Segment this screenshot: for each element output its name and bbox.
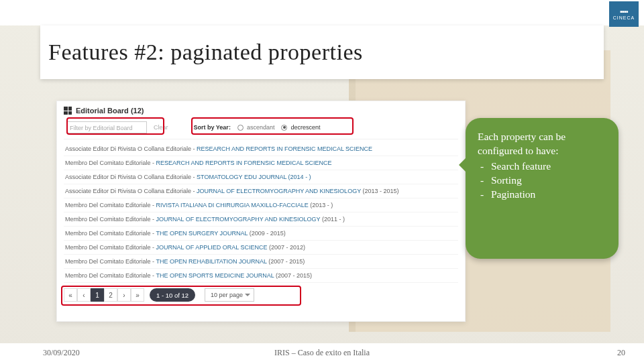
logo-text: CINECA bbox=[613, 15, 635, 20]
grid-icon bbox=[64, 107, 72, 115]
rows: Associate Editor Di Rivista O Collana Ed… bbox=[64, 142, 458, 283]
list-item: Membro Del Comitato Editoriale - JOURNAL… bbox=[64, 241, 458, 255]
callout-item: Sorting bbox=[478, 174, 606, 188]
callout-bubble: Each property can be configured to have:… bbox=[466, 118, 619, 259]
radio-decrescent[interactable]: decrescent bbox=[281, 124, 320, 131]
filter-input[interactable]: Filter by Editorial Board bbox=[66, 121, 147, 133]
list-item: Membro Del Comitato Editoriale - RIVISTA… bbox=[64, 198, 458, 213]
cineca-logo: ▪▪▪▪ CINECA bbox=[609, 1, 639, 27]
list-item: Associate Editor Di Rivista O Collana Ed… bbox=[64, 184, 458, 198]
page-prev[interactable]: ‹ bbox=[77, 288, 91, 302]
page-first[interactable]: « bbox=[64, 288, 77, 302]
top-bar bbox=[0, 0, 644, 25]
page-next[interactable]: › bbox=[117, 288, 131, 302]
title-card: Features #2: paginated properties bbox=[40, 25, 604, 79]
clear-button[interactable]: Clear bbox=[154, 124, 168, 131]
page-last[interactable]: » bbox=[131, 288, 144, 302]
screenshot-panel: Editorial Board (12) Filter by Editorial… bbox=[56, 101, 466, 322]
callout-item: Search feature bbox=[478, 160, 606, 174]
list-item: Membro Del Comitato Editoriale - THE OPE… bbox=[64, 269, 458, 283]
list-item: Associate Editor Di Rivista O Collana Ed… bbox=[64, 170, 458, 184]
callout-lead: Each property can be configured to have: bbox=[478, 130, 606, 158]
sort-label: Sort by Year: bbox=[194, 124, 231, 131]
list-item: Membro Del Comitato Editoriale - JOURNAL… bbox=[64, 213, 458, 227]
page-range: 1 - 10 of 12 bbox=[150, 288, 195, 302]
toolbar: Filter by Editorial Board Clear Sort by … bbox=[64, 119, 458, 139]
list-item: Associate Editor Di Rivista O Collana Ed… bbox=[64, 142, 458, 156]
callout-item: Pagination bbox=[478, 188, 606, 202]
slide-title: Features #2: paginated properties bbox=[48, 40, 363, 65]
page-1[interactable]: 1 bbox=[91, 288, 104, 302]
pagination-area: « ‹ 1 2 › » 1 - 10 of 12 10 per page bbox=[64, 288, 458, 302]
page-2[interactable]: 2 bbox=[104, 288, 117, 302]
list-item: Membro Del Comitato Editoriale - RESEARC… bbox=[64, 156, 458, 170]
footer: 30/09/2020 IRIS – Caso de exito en Itali… bbox=[0, 343, 644, 362]
footer-caption: IRIS – Caso de exito en Italia bbox=[274, 348, 370, 358]
panel-title: Editorial Board (12) bbox=[76, 107, 144, 115]
footer-date: 30/09/2020 bbox=[43, 348, 80, 358]
panel-header: Editorial Board (12) bbox=[64, 107, 458, 115]
list-item: Membro Del Comitato Editoriale - THE OPE… bbox=[64, 227, 458, 241]
per-page-select[interactable]: 10 per page bbox=[205, 288, 254, 302]
radio-ascendant[interactable]: ascendant bbox=[237, 124, 275, 131]
list-item: Membro Del Comitato Editoriale - THE OPE… bbox=[64, 255, 458, 269]
footer-page: 20 bbox=[617, 348, 625, 358]
